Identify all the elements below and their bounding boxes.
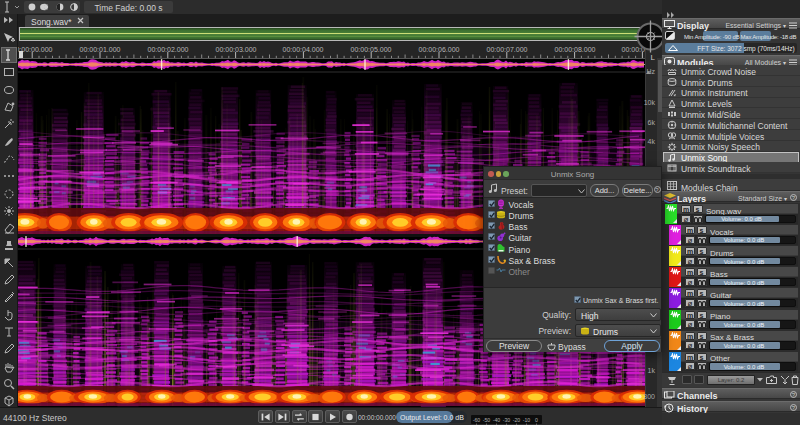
svg-text:-10: -10 [522,416,530,422]
svg-text:-40: -40 [492,416,500,422]
svg-text:-30: -30 [502,416,510,422]
svg-text:-50: -50 [482,416,490,422]
svg-text:-20: -20 [512,416,520,422]
svg-text:-60: -60 [472,416,480,422]
svg-text:0: 0 [535,416,538,422]
